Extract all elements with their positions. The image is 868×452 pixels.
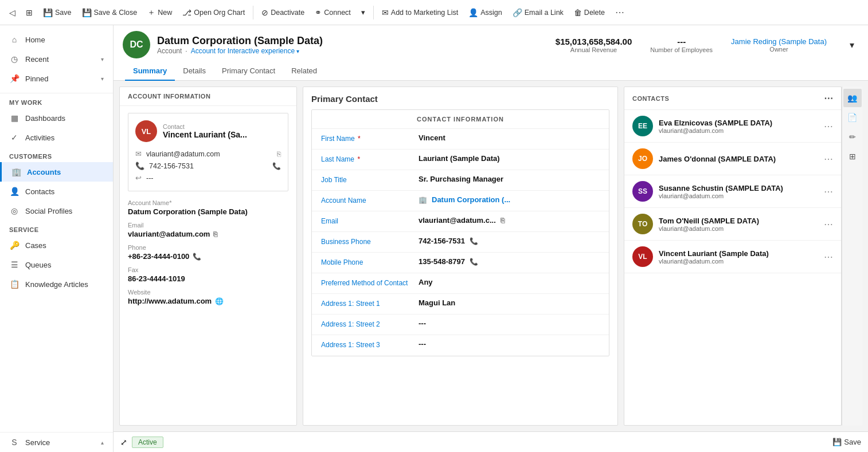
tab-details[interactable]: Details <box>175 62 214 81</box>
cases-icon: 🔑 <box>9 241 19 250</box>
copy-icon[interactable]: ⎘ <box>213 230 217 238</box>
contacts-panel-icon[interactable]: 👥 <box>843 89 862 107</box>
field-email: Email vlauriant@adatum.c... ⎘ <box>312 211 609 232</box>
phone-field-value[interactable]: +86-23-4444-0100 <box>128 252 189 261</box>
more-button[interactable]: ⋯ <box>824 219 833 230</box>
sidebar-item-service-bottom[interactable]: S Service ▴ <box>0 433 113 452</box>
field-job-title: Job Title Sr. Purchasing Manager <box>312 170 609 191</box>
more-button[interactable]: ⋯ <box>824 154 833 164</box>
bottom-save-button[interactable]: 💾 Save <box>832 438 861 446</box>
sidebar-item-contacts[interactable]: 👤 Contacts <box>0 182 113 201</box>
contact-other: --- <box>146 174 154 182</box>
job-title-value[interactable]: Sr. Purchasing Manager <box>419 175 600 183</box>
record-experience[interactable]: Account for Interactive experience ▾ <box>191 47 300 55</box>
address-street1-value[interactable]: Magui Lan <box>419 298 600 307</box>
fax-value[interactable]: 86-23-4444-1019 <box>128 274 288 283</box>
preferred-contact-value[interactable]: Any <box>419 278 600 286</box>
address-street3-value[interactable]: --- <box>419 340 600 348</box>
record-title-info: Datum Corporation (Sample Data) Account … <box>157 35 549 55</box>
first-name-value[interactable]: Vincent <box>419 133 600 142</box>
chevron-dropdown-button[interactable]: ▾ <box>357 6 370 19</box>
contact-box: VL Contact Vincent Lauriant (Sa... ✉ vla… <box>128 113 288 191</box>
list-item[interactable]: EE Eva Elznicovas (SAMPLE DATA) vlaurian… <box>624 110 841 143</box>
queues-icon: ☰ <box>9 260 19 269</box>
owner-value[interactable]: Jamie Reding (Sample Data) <box>731 37 827 46</box>
website-value[interactable]: http://www.adatum.com <box>128 297 212 305</box>
sidebar-pinned-label: Pinned <box>25 74 48 83</box>
table-panel-icon[interactable]: ⊞ <box>843 147 862 166</box>
tab-summary[interactable]: Summary <box>125 62 175 81</box>
address-street2-value[interactable]: --- <box>419 319 600 328</box>
phone-icon[interactable]: 📞 <box>470 258 478 266</box>
field-email: Email vlauriant@adatum.com ⎘ <box>128 222 288 238</box>
assign-button[interactable]: 👤 Assign <box>464 6 507 19</box>
expand-icon[interactable]: ⤢ <box>120 438 127 447</box>
account-info-header: ACCOUNT INFORMATION <box>120 87 296 106</box>
new-button[interactable]: ＋ New <box>143 5 177 20</box>
phone-icon[interactable]: 📞 <box>193 253 201 261</box>
sidebar-item-dashboards[interactable]: ▦ Dashboards <box>0 108 113 128</box>
contacts-card-header: Contacts ⋯ <box>624 87 841 110</box>
back-button[interactable]: ◁ <box>5 6 20 19</box>
owner-expand-button[interactable]: ▾ <box>845 37 859 53</box>
copy-icon[interactable]: 📞 <box>272 162 281 170</box>
list-item[interactable]: JO James O'donnal (SAMPLE DATA) ⋯ <box>624 143 841 175</box>
contact-name: Tom O'Neill (SAMPLE DATA) <box>659 217 818 225</box>
sidebar-contacts-label: Contacts <box>25 187 54 196</box>
tab-primary-contact[interactable]: Primary Contact <box>214 62 283 81</box>
connect-button[interactable]: ⚭ Connect <box>310 6 355 19</box>
list-item[interactable]: SS Susanne Schustin (SAMPLE DATA) vlauri… <box>624 175 841 208</box>
phone-icon[interactable]: 📞 <box>470 237 478 245</box>
layout-button[interactable]: ⊞ <box>21 6 37 19</box>
contact-info: Eva Elznicovas (SAMPLE DATA) vlauriant@a… <box>659 119 818 134</box>
business-phone-value[interactable]: 742-156-7531 <box>419 237 465 245</box>
notes-panel-icon[interactable]: 📄 <box>843 108 862 127</box>
sidebar-item-recent[interactable]: ◷ Recent ▾ <box>0 49 113 69</box>
list-item[interactable]: TO Tom O'Neill (SAMPLE DATA) vlauriant@a… <box>624 208 841 241</box>
list-item[interactable]: VL Vincent Lauriant (Sample Data) vlauri… <box>624 241 841 273</box>
save-close-button[interactable]: 💾 Save & Close <box>77 6 142 19</box>
mobile-phone-value[interactable]: 135-548-8797 <box>419 257 465 266</box>
sidebar-item-knowledge-articles[interactable]: 📋 Knowledge Articles <box>0 274 113 294</box>
deactivate-button[interactable]: ⊘ Deactivate <box>257 6 309 19</box>
email-icon: 🔗 <box>513 8 522 17</box>
last-name-value[interactable]: Lauriant (Sample Data) <box>419 154 600 163</box>
email-link-button[interactable]: 🔗 Email a Link <box>508 6 568 19</box>
more-button[interactable]: ⋯ <box>824 186 833 197</box>
account-name-link[interactable]: Datum Corporation (... <box>432 195 510 204</box>
more-button[interactable]: ⋯ <box>824 121 833 132</box>
sidebar-item-pinned[interactable]: 📌 Pinned ▾ <box>0 69 113 88</box>
email-field-value[interactable]: vlauriant@adatum.c... <box>419 216 496 225</box>
account-link-icon: 🏢 <box>419 196 427 204</box>
tab-related[interactable]: Related <box>283 62 325 81</box>
sidebar-item-social-profiles[interactable]: ◎ Social Profiles <box>0 201 113 221</box>
save-button[interactable]: 💾 Save <box>38 6 76 19</box>
more-button[interactable]: ⋯ <box>824 251 833 262</box>
contacts-more-button[interactable]: ⋯ <box>824 93 834 104</box>
website-label: Website <box>128 289 288 296</box>
copy-icon[interactable]: ⎘ <box>277 150 281 158</box>
add-to-marketing-list-button[interactable]: ✉ Add to Marketing List <box>377 6 463 19</box>
chevron-down-icon: ▾ <box>296 48 299 54</box>
owner-label: Owner <box>731 46 827 53</box>
open-org-chart-button[interactable]: ⎇ Open Org Chart <box>178 6 249 19</box>
save-icon: 💾 <box>832 438 842 446</box>
globe-icon[interactable]: 🌐 <box>215 297 224 305</box>
account-name-value[interactable]: Datum Corporation (Sample Data) <box>128 207 288 216</box>
page-body: ACCOUNT INFORMATION VL Contact Vincent L… <box>114 81 868 431</box>
edit-panel-icon[interactable]: ✏ <box>843 128 862 146</box>
email-field-value[interactable]: vlauriant@adatum.com <box>128 230 210 238</box>
service-bottom-icon: S <box>9 438 19 447</box>
sidebar-item-home[interactable]: ⌂ Home <box>0 30 113 49</box>
sidebar-item-queues[interactable]: ☰ Queues <box>0 255 113 274</box>
sidebar-item-cases[interactable]: 🔑 Cases <box>0 235 113 255</box>
contact-label: Contact <box>163 123 247 130</box>
field-preferred-contact: Preferred Method of Contact Any <box>312 273 609 294</box>
sidebar-item-activities[interactable]: ✓ Activities <box>0 128 113 147</box>
delete-button[interactable]: 🗑 Delete <box>569 6 609 19</box>
home-icon: ⌂ <box>9 35 19 44</box>
copy-icon[interactable]: ⎘ <box>501 217 505 225</box>
more-button[interactable]: ⋯ <box>611 5 629 20</box>
sidebar-item-accounts[interactable]: 🏢 Accounts <box>0 162 113 182</box>
field-website: Website http://www.adatum.com 🌐 <box>128 289 288 305</box>
